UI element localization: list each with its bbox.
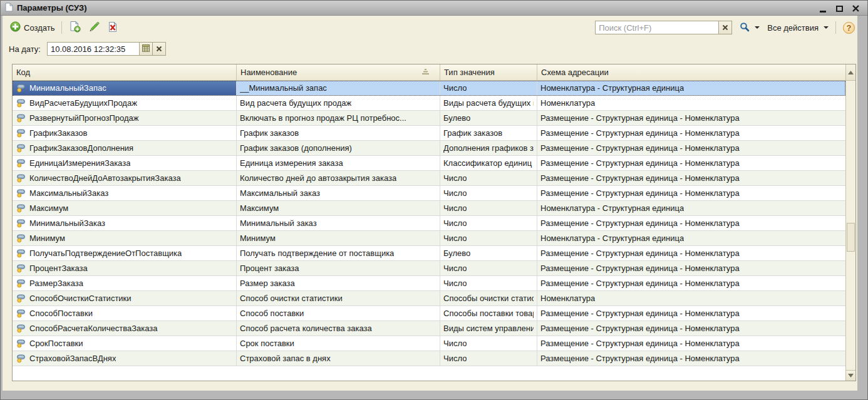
cell-name[interactable]: Максимум — [237, 201, 440, 215]
cell-schema[interactable]: Размещение - Структурная единица - Номен… — [537, 321, 845, 336]
vertical-scrollbar[interactable] — [845, 64, 855, 381]
table-row[interactable]: МаксимальныйЗаказМаксимальный заказЧисло… — [13, 186, 845, 201]
cell-type[interactable]: Число — [440, 186, 537, 200]
cell-name[interactable]: Способ расчета количества заказа — [237, 321, 440, 336]
cell-code[interactable]: РазвернутыйПрогнозПродаж — [13, 111, 237, 125]
table-row[interactable]: ГрафикЗаказовДополненияГрафик заказов (д… — [13, 141, 845, 156]
help-button[interactable]: ? — [843, 22, 855, 34]
cell-code[interactable]: ПроцентЗаказа — [13, 261, 237, 275]
cell-name[interactable]: Единица измерения заказа — [237, 156, 440, 170]
cell-type[interactable]: Число — [440, 351, 537, 366]
scroll-down-button[interactable] — [846, 370, 855, 381]
cell-schema[interactable]: Размещение - Структурная единица - Номен… — [537, 351, 845, 366]
table-row[interactable]: ВидРасчетаБудущихПродажВид расчета будущ… — [13, 96, 845, 111]
table-row[interactable]: ПолучатьПодтверждениеОтПоставщикаПолучат… — [13, 246, 845, 261]
cell-name[interactable]: Минимум — [237, 231, 440, 245]
cell-type[interactable]: Число — [440, 276, 537, 290]
cell-code[interactable]: КоличествоДнейДоАвтозакрытияЗаказа — [13, 171, 237, 185]
cell-schema[interactable]: Размещение - Структурная единица - Номен… — [537, 111, 845, 125]
cell-name[interactable]: Размер заказа — [237, 276, 440, 290]
column-header-name[interactable]: Наименование — [237, 64, 440, 80]
search-clear-button[interactable] — [718, 21, 731, 34]
cell-schema[interactable]: Номенклатура — [537, 96, 845, 110]
cell-schema[interactable]: Размещение - Структурная единица - Номен… — [537, 156, 845, 170]
cell-name[interactable]: Получать подтверждение от поставщика — [237, 246, 440, 260]
cell-schema[interactable]: Размещение - Структурная единица - Номен… — [537, 261, 845, 275]
scrollbar-thumb[interactable] — [847, 223, 855, 252]
cell-code[interactable]: ВидРасчетаБудущихПродаж — [13, 96, 237, 110]
cell-schema[interactable]: Размещение - Структурная единица - Номен… — [537, 141, 845, 155]
table-row[interactable]: СрокПоставкиСрок поставкиЧислоРазмещение… — [13, 336, 845, 351]
copy-button[interactable] — [65, 19, 85, 36]
column-header-type[interactable]: Тип значения — [440, 64, 537, 80]
cell-schema[interactable]: Номенклатура - Структурная единица — [537, 231, 845, 245]
create-button[interactable]: Создать — [6, 19, 58, 36]
cell-type[interactable]: Число — [440, 171, 537, 185]
table-row[interactable]: МаксимумМаксимумЧислоНоменклатура - Стру… — [13, 201, 845, 216]
cell-code[interactable]: МинимальныйЗапас — [13, 81, 237, 95]
cell-type[interactable]: Число — [440, 201, 537, 215]
minimize-button[interactable] — [819, 4, 827, 13]
cell-code[interactable]: МаксимальныйЗаказ — [13, 186, 237, 200]
cell-schema[interactable]: Размещение - Структурная единица - Номен… — [537, 336, 845, 351]
cell-type[interactable]: Число — [440, 261, 537, 275]
table-row[interactable]: РазмерЗаказаРазмер заказаЧислоРазмещение… — [13, 276, 845, 291]
cell-code[interactable]: СпособОчисткиСтатистики — [13, 291, 237, 305]
cell-type[interactable]: Число — [440, 216, 537, 230]
cell-type[interactable]: Число — [440, 81, 537, 95]
cell-code[interactable]: Минимум — [13, 231, 237, 245]
cell-schema[interactable]: Размещение - Структурная единица - Номен… — [537, 276, 845, 290]
table-row[interactable]: ГрафикЗаказовГрафик заказовГрафик заказо… — [13, 126, 845, 141]
cell-schema[interactable]: Номенклатура - Структурная единица — [537, 81, 845, 95]
cell-type[interactable]: Способы поставки товара — [440, 306, 537, 321]
table-row[interactable]: ПроцентЗаказаПроцент заказаЧислоРазмещен… — [13, 261, 845, 276]
cell-name[interactable]: Срок поставки — [237, 336, 440, 351]
column-header-schema[interactable]: Схема адресации — [537, 64, 845, 80]
close-button[interactable] — [851, 4, 860, 13]
cell-schema[interactable]: Номенклатура — [537, 291, 845, 305]
cell-name[interactable]: Способ поставки — [237, 306, 440, 321]
cell-type[interactable]: Виды расчета будущих пр... — [440, 96, 537, 110]
table-row[interactable]: КоличествоДнейДоАвтозакрытияЗаказаКоличе… — [13, 171, 845, 186]
cell-name[interactable]: Страховой запас в днях — [237, 351, 440, 366]
cell-code[interactable]: ГрафикЗаказов — [13, 126, 237, 140]
cell-type[interactable]: Виды систем управления ... — [440, 321, 537, 336]
edit-button[interactable] — [85, 19, 103, 36]
cell-code[interactable]: РазмерЗаказа — [13, 276, 237, 290]
table-row[interactable]: МинимальныйЗаказМинимальный заказЧислоРа… — [13, 216, 845, 231]
delete-button[interactable] — [103, 19, 122, 36]
cell-schema[interactable]: Номенклатура - Структурная единица — [537, 201, 845, 215]
cell-name[interactable]: Включать в прогноз продаж РЦ потребнос..… — [237, 111, 440, 125]
cell-name[interactable]: Способ очистки статистики — [237, 291, 440, 305]
cell-code[interactable]: СрокПоставки — [13, 336, 237, 351]
table-row[interactable]: МинимальныйЗапас__Минимальный запасЧисло… — [13, 81, 845, 96]
cell-name[interactable]: Количество дней до автозакрытия заказа — [237, 171, 440, 185]
cell-code[interactable]: СтраховойЗапасВДнях — [13, 351, 237, 366]
cell-code[interactable]: Максимум — [13, 201, 237, 215]
cell-name[interactable]: График заказов — [237, 126, 440, 140]
column-header-code[interactable]: Код — [13, 64, 237, 80]
cell-code[interactable]: ГрафикЗаказовДополнения — [13, 141, 237, 155]
cell-name[interactable]: График заказов (дополнения) — [237, 141, 440, 155]
cell-schema[interactable]: Размещение - Структурная единица - Номен… — [537, 306, 845, 321]
table-row[interactable]: СпособПоставкиСпособ поставкиСпособы пос… — [13, 306, 845, 321]
table-row[interactable]: ЕдиницаИзмеренияЗаказаЕдиница измерения … — [13, 156, 845, 171]
table-row[interactable]: РазвернутыйПрогнозПродажВключать в прогн… — [13, 111, 845, 126]
date-clear-button[interactable] — [152, 43, 165, 55]
cell-code[interactable]: ПолучатьПодтверждениеОтПоставщика — [13, 246, 237, 260]
cell-code[interactable]: МинимальныйЗаказ — [13, 216, 237, 230]
all-actions-button[interactable]: Все действия — [763, 21, 832, 34]
cell-name[interactable]: Процент заказа — [237, 261, 440, 275]
cell-schema[interactable]: Размещение - Структурная единица - Номен… — [537, 246, 845, 260]
cell-code[interactable]: ЕдиницаИзмеренияЗаказа — [13, 156, 237, 170]
cell-code[interactable]: СпособПоставки — [13, 306, 237, 321]
table-row[interactable]: СпособОчисткиСтатистикиСпособ очистки ст… — [13, 291, 845, 306]
cell-type[interactable]: Дополнения графиков за... — [440, 141, 537, 155]
date-input[interactable] — [48, 43, 139, 55]
table-row[interactable]: СпособРасчетаКоличестваЗаказаСпособ расч… — [13, 321, 845, 336]
search-menu-button[interactable] — [736, 20, 763, 36]
cell-type[interactable]: Классификатор единиц и... — [440, 156, 537, 170]
calendar-button[interactable] — [139, 43, 152, 55]
cell-type[interactable]: Булево — [440, 246, 537, 260]
cell-name[interactable]: Минимальный заказ — [237, 216, 440, 230]
